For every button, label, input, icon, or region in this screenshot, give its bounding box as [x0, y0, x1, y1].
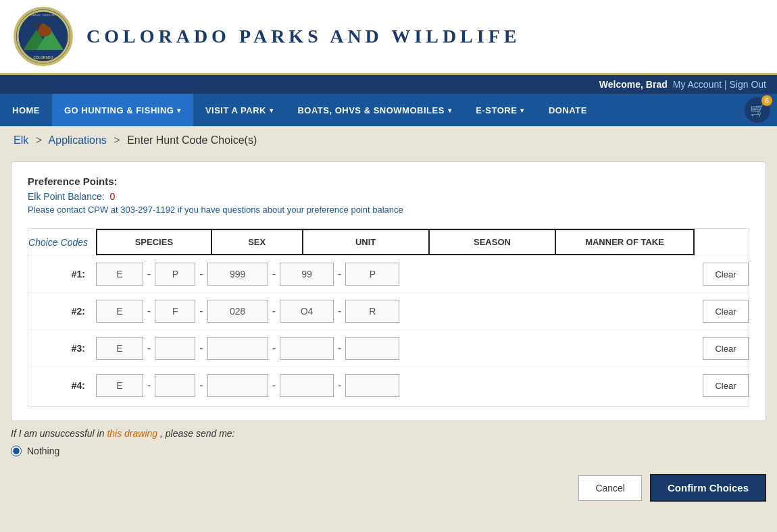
unsuccessful-section: If I am unsuccessful in this drawing , p…	[11, 428, 766, 456]
nothing-label: Nothing	[27, 446, 59, 456]
row-2-dash-3: -	[268, 305, 280, 317]
row-4-species[interactable]	[96, 374, 143, 397]
row-2-mot[interactable]	[345, 300, 399, 323]
col-header-sex: SEX	[212, 230, 303, 254]
breadcrumb-current: Enter Hunt Code Choice(s)	[127, 134, 257, 146]
svg-text:COLORADO: COLORADO	[33, 55, 53, 59]
nothing-radio[interactable]	[11, 446, 22, 456]
row-3-dash-2: -	[195, 342, 207, 354]
nav-estore[interactable]: E-STORE▾	[463, 94, 536, 126]
nav-donate[interactable]: DONATE	[536, 94, 599, 126]
choice-row-2: #2: - - - - Clear	[28, 292, 749, 329]
cancel-button[interactable]: Cancel	[578, 475, 642, 501]
row-1-clear-button[interactable]: Clear	[703, 263, 749, 286]
pref-balance: Elk Point Balance: 0	[28, 191, 749, 202]
row-4-dash-2: -	[195, 379, 207, 392]
choice-row-3: #3: - - - - Clear	[28, 329, 749, 367]
row-2-species[interactable]	[96, 300, 143, 323]
breadcrumb-sep2: >	[114, 134, 120, 146]
row-3-dash-1: -	[143, 342, 155, 354]
row-3-species[interactable]	[96, 337, 143, 360]
row-3-clear-button[interactable]: Clear	[703, 337, 749, 360]
col-header-species: SPECIES	[97, 230, 212, 254]
row-4-mot[interactable]	[345, 374, 399, 397]
row-3-dash-3: -	[268, 342, 280, 354]
unsuccessful-text: If I am unsuccessful in this drawing , p…	[11, 428, 235, 439]
welcome-text: Welcome, Brad	[599, 79, 668, 90]
breadcrumb-sep1: >	[36, 134, 42, 146]
row-4-season[interactable]	[280, 374, 334, 397]
row-1-label: #1:	[28, 269, 96, 280]
pref-balance-value: 0	[110, 191, 116, 202]
row-4-clear-button[interactable]: Clear	[703, 374, 749, 397]
nav-boats[interactable]: BOATS, OHVS & SNOWMOBILES▾	[285, 94, 463, 126]
breadcrumb: Elk > Applications > Enter Hunt Code Cho…	[0, 126, 777, 155]
preference-points-section: Preference Points: Elk Point Balance: 0 …	[28, 176, 749, 215]
row-3-sex[interactable]	[155, 337, 195, 360]
nav-visit-park[interactable]: VISIT A PARK▾	[193, 94, 286, 126]
row-2-season[interactable]	[280, 300, 334, 323]
cart-badge: 6	[761, 95, 772, 106]
row-2-unit[interactable]	[207, 300, 268, 323]
col-header-mot: MANNER OF TAKE	[556, 230, 693, 254]
user-account-links[interactable]: My Account | Sign Out	[673, 79, 766, 90]
row-3-mot[interactable]	[345, 337, 399, 360]
choice-codes-label: Choice Codes	[28, 229, 96, 255]
row-4-dash-4: -	[334, 379, 345, 392]
confirm-choices-button[interactable]: Confirm Choices	[650, 474, 766, 502]
breadcrumb-applications[interactable]: Applications	[49, 134, 107, 146]
row-4-dash-1: -	[143, 379, 155, 392]
col-header-unit: UNIT	[303, 230, 430, 254]
nav-home[interactable]: HOME	[0, 94, 52, 126]
row-1-mot[interactable]	[345, 263, 399, 286]
breadcrumb-elk[interactable]: Elk	[14, 134, 28, 146]
site-logo: COLORADO PARKS · WILDLIFE	[14, 7, 73, 66]
row-3-unit[interactable]	[207, 337, 268, 360]
row-2-dash-4: -	[334, 305, 345, 317]
row-4-dash-3: -	[268, 379, 280, 392]
nav-hunting-fishing[interactable]: GO HUNTING & FISHING▾	[52, 94, 193, 126]
row-2-label: #2:	[28, 306, 96, 317]
svg-text:PARKS · WILDLIFE: PARKS · WILDLIFE	[31, 14, 55, 17]
row-2-dash-1: -	[143, 305, 155, 317]
row-3-label: #3:	[28, 343, 96, 354]
row-4-sex[interactable]	[155, 374, 195, 397]
cart-button[interactable]: 🛒 6	[745, 97, 770, 123]
choice-row-4: #4: - - - - Clear	[28, 367, 749, 404]
choice-row-1: #1: - - - - Clear	[28, 255, 749, 292]
site-title: COLORADO PARKS AND WILDLIFE	[86, 26, 520, 47]
choice-table: Choice Codes SPECIES SEX UNIT SEASON MAN…	[28, 228, 749, 407]
row-4-unit[interactable]	[207, 374, 268, 397]
nothing-option[interactable]: Nothing	[11, 446, 766, 456]
row-1-dash-3: -	[268, 268, 280, 280]
pref-contact: Please contact CPW at 303-297-1192 if yo…	[28, 205, 749, 215]
col-header-season: SEASON	[430, 230, 556, 254]
row-1-unit[interactable]	[207, 263, 268, 286]
row-1-season[interactable]	[280, 263, 334, 286]
row-1-dash-1: -	[143, 268, 155, 280]
row-2-dash-2: -	[195, 305, 207, 317]
row-1-dash-2: -	[195, 268, 207, 280]
row-2-sex[interactable]	[155, 300, 195, 323]
row-1-sex[interactable]	[155, 263, 195, 286]
pref-title: Preference Points:	[28, 176, 749, 187]
row-3-season[interactable]	[280, 337, 334, 360]
cart-icon: 🛒	[750, 103, 765, 117]
row-1-species[interactable]	[96, 263, 143, 286]
row-1-dash-4: -	[334, 268, 345, 280]
row-3-dash-4: -	[334, 342, 345, 354]
row-2-clear-button[interactable]: Clear	[703, 300, 749, 323]
row-4-label: #4:	[28, 380, 96, 391]
